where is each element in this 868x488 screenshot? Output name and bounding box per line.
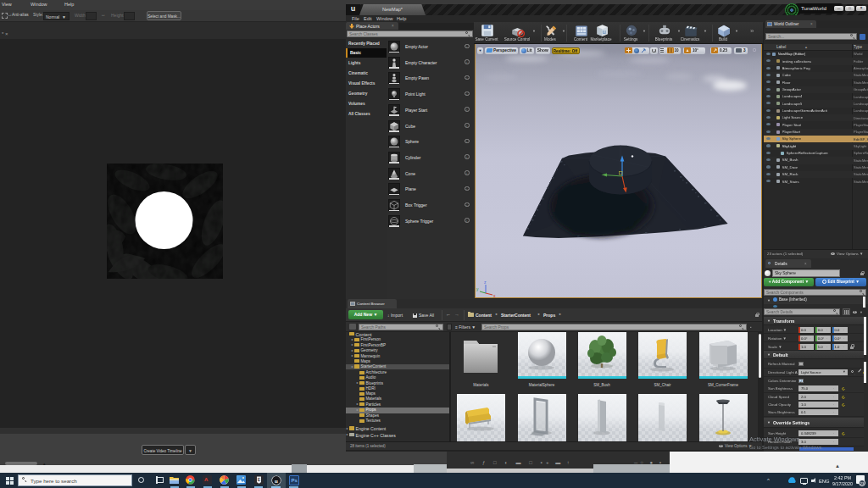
svg-text:E: E [258, 478, 260, 482]
svg-text:u: u [603, 28, 606, 36]
svg-text:u: u [275, 478, 278, 485]
